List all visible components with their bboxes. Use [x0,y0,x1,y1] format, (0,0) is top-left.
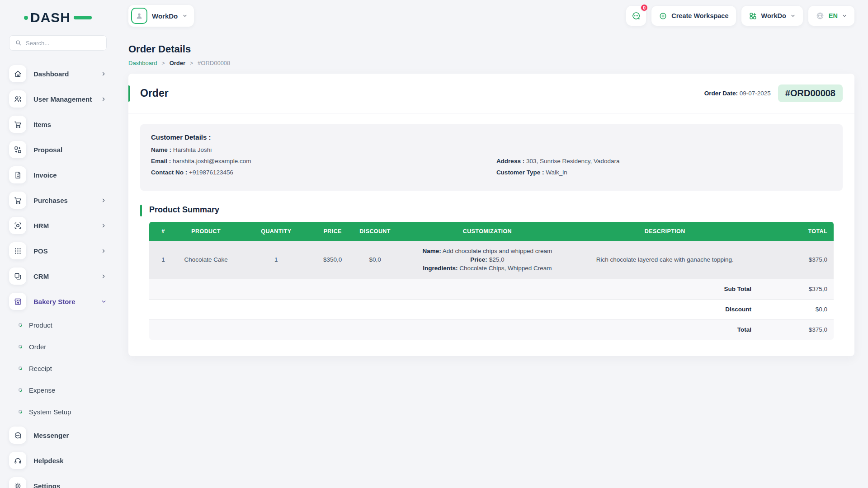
col-header-discount: DISCOUNT [348,222,402,241]
sidebar-item-label: Settings [33,482,60,488]
notification-badge: 0 [640,4,648,12]
sidebar-item-crm[interactable]: CRM [9,267,107,285]
customer-address-value: 303, Sunrise Residency, Vadodara [526,158,620,164]
logo-text: DASH [30,10,71,25]
sidebar-item-pos[interactable]: POS [9,242,107,259]
breadcrumb-dashboard-link[interactable]: Dashboard [128,60,157,66]
cell-product: Chocolate Cake [177,241,235,279]
breadcrumb-current: #ORD00008 [198,60,230,66]
order-date: Order Date: 09-07-2025 [704,90,771,97]
sidebar-subitem-label: Product [29,321,52,329]
chevron-right-icon [101,223,107,229]
col-header-description: DESCRIPTION [572,222,758,241]
scan-icon [9,217,26,234]
sidebar-item-invoice[interactable]: Invoice [9,166,107,183]
messages-button[interactable]: 0 [626,6,646,26]
workdo-menu-button[interactable]: WorkDo [741,6,803,26]
col-header-product: PRODUCT [177,222,235,241]
customer-email: Email : harshita.joshi@example.com [151,158,832,165]
sidebar-item-purchases[interactable]: Purchases [9,192,107,209]
sidebar-item-label: Dashboard [33,70,69,78]
discount-label: Discount [149,299,758,319]
main-area: WorkDo 0 Create Workspace WorkDo EN [116,0,868,356]
breadcrumb: Dashboard > Order > #ORD00008 [128,60,854,66]
col-header-customization: CUSTOMIZATION [402,222,572,241]
order-header-right: Order Date: 09-07-2025 #ORD00008 [704,84,843,102]
sidebar: DASH Dashboard User Management Items Pro… [0,0,116,488]
topbar: WorkDo 0 Create Workspace WorkDo EN [128,0,854,32]
col-header-total: TOTAL [758,222,834,241]
chevron-right-icon [101,71,107,77]
overlap-squares-icon [9,267,26,285]
chat-dots-icon [631,11,641,21]
app-logo[interactable]: DASH [9,7,107,28]
cell-index: 1 [149,241,177,279]
chevron-down-icon [182,13,188,19]
workdo-menu-label: WorkDo [761,12,786,19]
sidebar-item-messenger[interactable]: Messenger [9,427,107,444]
sidebar-subitem-label: System Setup [29,408,71,416]
subtotal-value: $375,0 [758,279,834,299]
bullet-icon [18,344,23,349]
subtotal-row: Sub Total $375,0 [149,279,834,299]
customer-address-label: Address : [496,158,524,164]
col-header-quantity: QUANTITY [235,222,317,241]
sidebar-item-label: Purchases [33,197,68,204]
logo-dash-icon [74,16,92,19]
sidebar-subitem-order[interactable]: Order [9,340,107,353]
breadcrumb-separator: > [190,60,193,66]
page-title: Order Details [128,43,854,55]
customization-ingredients-label: Ingredients: [423,265,458,272]
sidebar-subitem-expense[interactable]: Expense [9,383,107,397]
customer-name-label: Name : [151,146,171,153]
sidebar-item-bakery-store[interactable]: Bakery Store [9,293,107,310]
language-selector[interactable]: EN [808,6,854,26]
breadcrumb-order-link[interactable]: Order [170,60,185,66]
sidebar-item-dashboard[interactable]: Dashboard [9,65,107,82]
chevron-right-icon [101,273,107,279]
chevron-down-icon [842,13,847,19]
sidebar-subitem-receipt[interactable]: Receipt [9,361,107,375]
workspace-selector[interactable]: WorkDo [128,5,194,27]
sidebar-subitem-label: Order [29,343,46,351]
total-row: Total $375,0 [149,319,834,340]
storefront-icon [9,293,26,310]
sidebar-item-helpdesk[interactable]: Helpdesk [9,452,107,469]
globe-icon [816,11,825,20]
customer-contact-label: Contact No : [151,169,187,176]
search-input[interactable] [26,40,101,47]
customer-type-value: Walk_in [546,169,567,176]
cell-price: $350,0 [317,241,348,279]
chevron-down-icon [790,13,796,19]
chevron-down-icon [101,299,107,305]
sidebar-subitem-system-setup[interactable]: System Setup [9,405,107,418]
customer-type: Customer Type : Walk_in [496,169,620,176]
customer-email-value: harshita.joshi@example.com [173,158,251,164]
discount-value: $0,0 [758,299,834,319]
order-date-value: 09-07-2025 [740,90,771,97]
cell-quantity: 1 [235,241,317,279]
sidebar-item-hrm[interactable]: HRM [9,217,107,234]
customer-type-label: Customer Type : [496,169,544,176]
cell-description: Rich chocolate layered cake with ganache… [572,241,758,279]
workspace-avatar [131,8,147,24]
cell-discount: $0,0 [348,241,402,279]
sidebar-item-proposal[interactable]: Proposal [9,141,107,158]
plus-circle-icon [659,12,667,20]
order-number-badge: #ORD00008 [778,84,843,102]
sidebar-item-items[interactable]: Items [9,116,107,133]
sidebar-item-label: Proposal [33,146,62,154]
order-card-body: Customer Details : Name : Harshita Joshi… [128,113,854,356]
product-summary-heading: Product Summary [140,205,843,215]
sidebar-nav: Dashboard User Management Items Proposal… [9,65,107,488]
sidebar-item-settings[interactable]: Settings [9,477,107,488]
customer-name: Name : Harshita Joshi [151,146,832,154]
headset-icon [9,452,26,469]
sidebar-item-user-management[interactable]: User Management [9,90,107,108]
create-workspace-button[interactable]: Create Workspace [651,6,736,26]
table-header-row: # PRODUCT QUANTITY PRICE DISCOUNT CUSTOM… [149,222,834,241]
bullet-icon [18,366,23,371]
sidebar-subitem-product[interactable]: Product [9,318,107,332]
customization-ingredients-text: Chocolate Chips, Whipped Cream [459,265,552,272]
sidebar-search[interactable] [9,35,107,51]
